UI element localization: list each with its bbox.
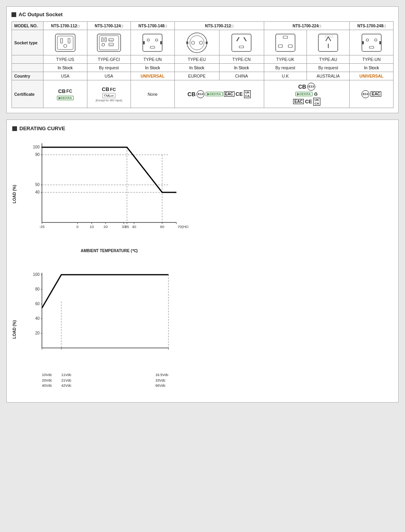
svg-line-28 xyxy=(244,38,246,41)
e13-224: E13 xyxy=(307,83,315,91)
dekra-logo: ▶DEKRA xyxy=(57,96,74,100)
dekra-224: ▶DEKRA xyxy=(295,92,312,96)
avail-un1: In Stock xyxy=(131,64,175,72)
svg-text:0: 0 xyxy=(76,224,78,229)
svg-text:40: 40 xyxy=(132,224,136,229)
model-224: NTS-1700-224□ xyxy=(264,22,350,30)
avail-eu: In Stock xyxy=(174,64,219,72)
cert-none-label: None xyxy=(148,92,157,97)
svg-text:35: 35 xyxy=(125,224,129,229)
socket-au xyxy=(307,30,350,55)
cert-label: Certificate xyxy=(12,80,44,108)
svg-point-42 xyxy=(375,39,377,41)
svg-point-23 xyxy=(199,41,202,44)
svg-point-22 xyxy=(191,41,195,44)
empty-label2 xyxy=(12,64,44,72)
svg-text:40: 40 xyxy=(35,316,40,321)
section2-title-text: DERATING CURVE xyxy=(19,125,65,131)
svg-rect-32 xyxy=(278,45,282,48)
socket-us xyxy=(44,30,87,55)
chart1-wrapper: LOAD (%) xyxy=(12,135,393,253)
svg-text:100: 100 xyxy=(33,272,40,277)
dekra-212: ▶DEKRA xyxy=(206,92,222,96)
country-au: AUSTRALIA xyxy=(307,72,350,80)
eac-212: ЕАС xyxy=(224,91,235,97)
svg-text:80: 80 xyxy=(35,287,40,291)
chart2-area: 100 80 60 40 20 xyxy=(18,265,188,394)
ce-224: CE xyxy=(305,99,312,104)
svg-rect-40 xyxy=(362,34,381,51)
svg-rect-43 xyxy=(369,46,374,48)
ul-logo: ©ULus xyxy=(104,94,114,97)
svg-point-21 xyxy=(190,36,204,50)
eac-248: ЕАС xyxy=(371,91,381,97)
svg-point-9 xyxy=(102,43,104,46)
svg-rect-8 xyxy=(105,38,106,42)
type-eu-label: TYPE-EU xyxy=(174,55,219,64)
svg-line-27 xyxy=(237,38,239,41)
fc-logo: FC xyxy=(66,89,72,93)
svg-text:20: 20 xyxy=(104,224,108,229)
type-uk-label: TYPE-UK xyxy=(264,55,307,64)
svg-rect-31 xyxy=(283,36,288,38)
e13-248: E13 xyxy=(361,90,369,98)
svg-text:-25: -25 xyxy=(39,224,45,229)
ukca-212: UKCA xyxy=(244,90,251,98)
svg-rect-24 xyxy=(186,42,188,44)
chart1-svg: 100 90 50 40 -25 0 xyxy=(18,135,188,246)
svg-rect-44 xyxy=(362,41,364,44)
socket-uk xyxy=(264,30,307,55)
eac-224: ЕАС xyxy=(293,99,304,104)
ac-output-socket-section: AC Output Socket MODEL NO. NTS-1700-112□… xyxy=(6,6,399,113)
country-un1: UNIVERSAL xyxy=(131,72,175,80)
type-un2-label: TYPE-UN xyxy=(350,55,394,64)
svg-rect-0 xyxy=(55,34,75,51)
country-uk: U.K xyxy=(264,72,307,80)
derating-section: DERATING CURVE LOAD (%) xyxy=(6,120,399,403)
title-square-icon2 xyxy=(12,126,17,131)
section1-title: AC Output Socket xyxy=(11,11,394,17)
avail-gfci: By request xyxy=(87,64,131,72)
svg-text:TEST: TEST xyxy=(109,44,114,46)
cert-112: CB FC ▶DEKRA xyxy=(44,80,87,108)
x-label-165v: 16.5Vdc33Vdc66Vdc xyxy=(155,372,168,389)
svg-rect-14 xyxy=(143,34,162,51)
chart2-y-label: LOAD (%) xyxy=(12,320,17,339)
ce-212: CE xyxy=(236,91,243,97)
svg-text:60: 60 xyxy=(35,302,40,306)
svg-point-41 xyxy=(366,39,369,41)
avail-us: In Stock xyxy=(44,64,87,72)
x-label-10v: 10Vdc20Vdc40Vdc xyxy=(42,372,52,389)
country-gfci: USA xyxy=(87,72,131,80)
svg-rect-2 xyxy=(61,38,62,43)
svg-rect-33 xyxy=(288,45,292,48)
cert-248: E13 ЕАС xyxy=(350,80,394,108)
svg-rect-5 xyxy=(97,34,121,51)
ukca-224: UKCA xyxy=(313,98,320,106)
svg-rect-25 xyxy=(206,42,208,44)
svg-rect-17 xyxy=(150,46,155,48)
cb-224: CB xyxy=(298,84,306,90)
chart2-svg: 100 80 60 40 20 xyxy=(18,265,188,372)
model-212: NTS-1700-212□ xyxy=(174,22,264,30)
svg-rect-45 xyxy=(379,41,381,44)
svg-text:50: 50 xyxy=(35,182,40,187)
chart1-y-label: LOAD (%) xyxy=(12,185,17,203)
recycle-224: ♻ xyxy=(314,91,318,97)
svg-rect-3 xyxy=(68,38,70,43)
cert-124: CB FC ©ULus (Except for 48V input) xyxy=(87,80,131,108)
type-au-label: TYPE-AU xyxy=(307,55,350,64)
svg-rect-7 xyxy=(102,38,103,42)
avail-uk: By request xyxy=(264,64,307,72)
socket-table: MODEL NO. NTS-1700-112□ NTS-1700-124□ NT… xyxy=(11,21,394,108)
cert-212: CB E13 ▶DEKRA ЕАС CE UKCA xyxy=(174,80,264,108)
model-148: NTS-1700-148□ xyxy=(131,22,175,30)
type-us-label: TYPE-US xyxy=(44,55,87,64)
socket-un1 xyxy=(131,30,175,55)
chart1-x-label: AMBIENT TEMPERATURE (℃) xyxy=(42,249,176,253)
svg-rect-30 xyxy=(276,34,295,51)
svg-rect-29 xyxy=(239,46,244,48)
svg-text:RESET: RESET xyxy=(108,39,114,41)
svg-line-36 xyxy=(328,37,331,41)
model-124: NTS-1700-124□ xyxy=(87,22,131,30)
